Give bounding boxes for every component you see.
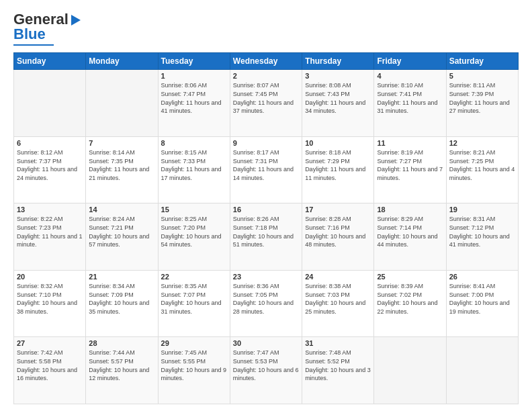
- weekday-header-thursday: Thursday: [302, 53, 374, 70]
- day-cell: 12Sunrise: 8:21 AMSunset: 7:25 PMDayligh…: [446, 136, 518, 203]
- day-info: Sunrise: 8:18 AMSunset: 7:29 PMDaylight:…: [305, 148, 371, 182]
- day-info: Sunrise: 7:44 AMSunset: 5:57 PMDaylight:…: [89, 349, 154, 382]
- day-cell: 19Sunrise: 8:31 AMSunset: 7:12 PMDayligh…: [446, 203, 518, 271]
- day-info: Sunrise: 8:07 AMSunset: 7:45 PMDaylight:…: [233, 81, 299, 115]
- weekday-header-friday: Friday: [374, 53, 446, 70]
- weekday-header-row: SundayMondayTuesdayWednesdayThursdayFrid…: [14, 53, 519, 70]
- day-number: 1: [161, 72, 227, 80]
- day-cell: 24Sunrise: 8:38 AMSunset: 7:03 PMDayligh…: [302, 270, 374, 337]
- day-cell: 14Sunrise: 8:24 AMSunset: 7:21 PMDayligh…: [86, 203, 158, 271]
- day-cell: 30Sunrise: 7:47 AMSunset: 5:53 PMDayligh…: [230, 337, 302, 404]
- day-info: Sunrise: 8:10 AMSunset: 7:41 PMDaylight:…: [377, 81, 443, 115]
- day-info: Sunrise: 8:28 AMSunset: 7:16 PMDaylight:…: [305, 215, 371, 248]
- day-number: 6: [17, 139, 83, 147]
- day-info: Sunrise: 7:45 AMSunset: 5:55 PMDaylight:…: [161, 349, 227, 382]
- day-cell: 10Sunrise: 8:18 AMSunset: 7:29 PMDayligh…: [302, 136, 374, 203]
- page: General Blue SundayMondayTuesdayWednesda…: [0, 0, 532, 411]
- day-info: Sunrise: 8:26 AMSunset: 7:18 PMDaylight:…: [233, 215, 299, 248]
- day-number: 15: [161, 205, 227, 214]
- day-info: Sunrise: 8:31 AMSunset: 7:12 PMDaylight:…: [449, 215, 515, 248]
- day-cell: 18Sunrise: 8:29 AMSunset: 7:14 PMDayligh…: [374, 203, 446, 271]
- day-number: 18: [377, 205, 443, 214]
- day-cell: 16Sunrise: 8:26 AMSunset: 7:18 PMDayligh…: [230, 203, 302, 271]
- day-number: 8: [161, 139, 227, 147]
- day-number: 30: [233, 339, 299, 347]
- day-number: 4: [377, 72, 443, 80]
- day-number: 31: [305, 339, 371, 347]
- day-cell: 3Sunrise: 8:08 AMSunset: 7:43 PMDaylight…: [302, 70, 374, 137]
- day-info: Sunrise: 8:12 AMSunset: 7:37 PMDaylight:…: [17, 148, 83, 182]
- day-number: 25: [377, 273, 443, 281]
- week-row-4: 20Sunrise: 8:32 AMSunset: 7:10 PMDayligh…: [14, 270, 519, 337]
- day-cell: 26Sunrise: 8:41 AMSunset: 7:00 PMDayligh…: [446, 270, 518, 337]
- day-cell: [86, 70, 158, 137]
- day-number: 10: [305, 139, 371, 147]
- day-cell: 15Sunrise: 8:25 AMSunset: 7:20 PMDayligh…: [158, 203, 230, 271]
- day-info: Sunrise: 8:08 AMSunset: 7:43 PMDaylight:…: [305, 81, 371, 115]
- day-cell: 6Sunrise: 8:12 AMSunset: 7:37 PMDaylight…: [14, 136, 86, 203]
- day-cell: 21Sunrise: 8:34 AMSunset: 7:09 PMDayligh…: [86, 270, 158, 337]
- day-cell: 2Sunrise: 8:07 AMSunset: 7:45 PMDaylight…: [230, 70, 302, 137]
- day-info: Sunrise: 8:34 AMSunset: 7:09 PMDaylight:…: [89, 282, 154, 316]
- day-cell: 31Sunrise: 7:48 AMSunset: 5:52 PMDayligh…: [302, 337, 374, 404]
- day-number: 13: [17, 205, 83, 214]
- day-number: 21: [89, 273, 154, 281]
- calendar: SundayMondayTuesdayWednesdayThursdayFrid…: [13, 52, 519, 404]
- day-cell: 25Sunrise: 8:39 AMSunset: 7:02 PMDayligh…: [374, 270, 446, 337]
- day-cell: 29Sunrise: 7:45 AMSunset: 5:55 PMDayligh…: [158, 337, 230, 404]
- day-info: Sunrise: 8:36 AMSunset: 7:05 PMDaylight:…: [233, 282, 299, 316]
- day-number: 27: [17, 339, 83, 347]
- day-number: 23: [233, 273, 299, 281]
- day-number: 24: [305, 273, 371, 281]
- day-number: 2: [233, 72, 299, 80]
- day-info: Sunrise: 8:14 AMSunset: 7:35 PMDaylight:…: [89, 148, 154, 182]
- day-cell: 11Sunrise: 8:19 AMSunset: 7:27 PMDayligh…: [374, 136, 446, 203]
- day-cell: 9Sunrise: 8:17 AMSunset: 7:31 PMDaylight…: [230, 136, 302, 203]
- day-number: 19: [449, 205, 515, 214]
- day-number: 20: [17, 273, 83, 281]
- day-cell: 13Sunrise: 8:22 AMSunset: 7:23 PMDayligh…: [14, 203, 86, 271]
- day-number: 3: [305, 72, 371, 80]
- week-row-2: 6Sunrise: 8:12 AMSunset: 7:37 PMDaylight…: [14, 136, 519, 203]
- day-number: 9: [233, 139, 299, 147]
- day-number: 26: [449, 273, 515, 281]
- day-number: 16: [233, 205, 299, 214]
- day-info: Sunrise: 8:29 AMSunset: 7:14 PMDaylight:…: [377, 215, 443, 248]
- day-info: Sunrise: 8:32 AMSunset: 7:10 PMDaylight:…: [17, 282, 83, 316]
- day-info: Sunrise: 8:35 AMSunset: 7:07 PMDaylight:…: [161, 282, 227, 316]
- day-cell: 27Sunrise: 7:42 AMSunset: 5:58 PMDayligh…: [14, 337, 86, 404]
- day-number: 11: [377, 139, 443, 147]
- day-info: Sunrise: 8:41 AMSunset: 7:00 PMDaylight:…: [449, 282, 515, 316]
- day-number: 5: [449, 72, 515, 80]
- day-info: Sunrise: 8:25 AMSunset: 7:20 PMDaylight:…: [161, 215, 227, 248]
- day-cell: 7Sunrise: 8:14 AMSunset: 7:35 PMDaylight…: [86, 136, 158, 203]
- day-cell: 28Sunrise: 7:44 AMSunset: 5:57 PMDayligh…: [86, 337, 158, 404]
- day-number: 22: [161, 273, 227, 281]
- logo: General Blue: [13, 11, 81, 46]
- day-info: Sunrise: 8:15 AMSunset: 7:33 PMDaylight:…: [161, 148, 227, 182]
- week-row-1: 1Sunrise: 8:06 AMSunset: 7:47 PMDaylight…: [14, 70, 519, 137]
- day-cell: 23Sunrise: 8:36 AMSunset: 7:05 PMDayligh…: [230, 270, 302, 337]
- week-row-5: 27Sunrise: 7:42 AMSunset: 5:58 PMDayligh…: [14, 337, 519, 404]
- day-info: Sunrise: 8:19 AMSunset: 7:27 PMDaylight:…: [377, 148, 443, 182]
- day-info: Sunrise: 8:06 AMSunset: 7:47 PMDaylight:…: [161, 81, 227, 115]
- weekday-header-tuesday: Tuesday: [158, 53, 230, 70]
- weekday-header-saturday: Saturday: [446, 53, 518, 70]
- logo-blue-text: Blue: [13, 26, 46, 43]
- day-cell: [446, 337, 518, 404]
- day-cell: 4Sunrise: 8:10 AMSunset: 7:41 PMDaylight…: [374, 70, 446, 137]
- day-info: Sunrise: 8:38 AMSunset: 7:03 PMDaylight:…: [305, 282, 371, 316]
- day-number: 28: [89, 339, 154, 347]
- day-info: Sunrise: 8:24 AMSunset: 7:21 PMDaylight:…: [89, 215, 154, 248]
- day-number: 12: [449, 139, 515, 147]
- header: General Blue: [13, 11, 519, 46]
- day-info: Sunrise: 8:11 AMSunset: 7:39 PMDaylight:…: [449, 81, 515, 115]
- day-number: 17: [305, 205, 371, 214]
- logo-underline: [13, 44, 54, 46]
- day-info: Sunrise: 7:48 AMSunset: 5:52 PMDaylight:…: [305, 349, 371, 382]
- week-row-3: 13Sunrise: 8:22 AMSunset: 7:23 PMDayligh…: [14, 203, 519, 271]
- day-info: Sunrise: 8:22 AMSunset: 7:23 PMDaylight:…: [17, 215, 83, 248]
- day-info: Sunrise: 7:42 AMSunset: 5:58 PMDaylight:…: [17, 349, 83, 382]
- day-info: Sunrise: 8:17 AMSunset: 7:31 PMDaylight:…: [233, 148, 299, 182]
- weekday-header-monday: Monday: [86, 53, 158, 70]
